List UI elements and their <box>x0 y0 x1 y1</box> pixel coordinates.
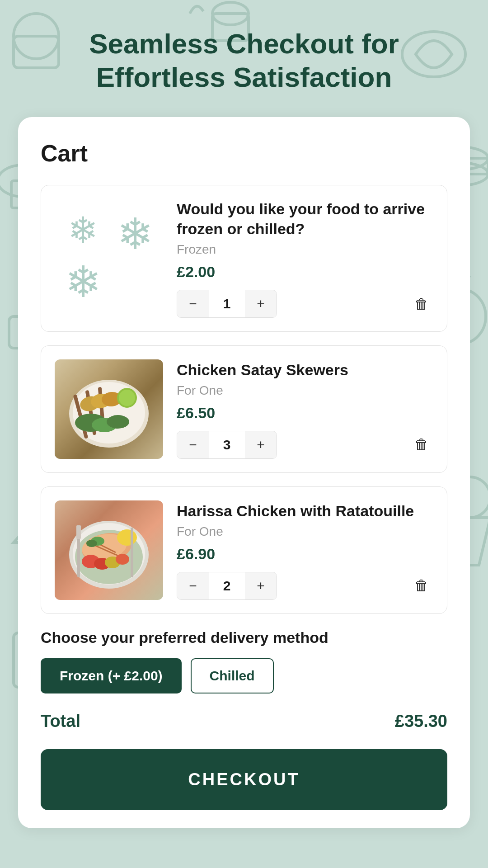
qty-increase-harissa[interactable]: + <box>245 572 277 599</box>
checkout-button[interactable]: CHECKOUT <box>41 749 447 810</box>
qty-decrease-satay[interactable]: − <box>177 431 209 458</box>
item-name-harissa: Harissa Chicken with Ratatouille <box>177 501 433 521</box>
snowflake-container: ❄ ❄ ❄ <box>55 208 163 308</box>
cart-item-harissa: Harissa Chicken with Ratatouille For One… <box>41 486 447 614</box>
qty-value-harissa: 2 <box>209 578 245 594</box>
item-details-frozen: Would you like your food to arrive froze… <box>177 199 433 318</box>
item-price-satay: £6.50 <box>177 404 433 422</box>
svg-point-47 <box>86 540 97 547</box>
delivery-option-chilled[interactable]: Chilled <box>191 658 274 693</box>
svg-point-38 <box>117 529 137 546</box>
item-name-frozen: Would you like your food to arrive froze… <box>177 199 433 239</box>
svg-rect-45 <box>76 525 81 539</box>
item-name-satay: Chicken Satay Skewers <box>177 360 433 380</box>
svg-point-27 <box>119 390 135 406</box>
qty-control-frozen: − 1 + <box>177 290 277 318</box>
qty-increase-satay[interactable]: + <box>245 431 277 458</box>
qty-control-harissa: − 2 + <box>177 572 277 600</box>
quantity-row-satay: − 3 + 🗑 <box>177 431 433 459</box>
snowflake-icon-3: ❄ <box>59 260 107 304</box>
cart-card: Cart ❄ ❄ ❄ Would you like your food to a… <box>18 117 470 829</box>
delete-frozen-button[interactable]: 🗑 <box>410 291 433 317</box>
item-details-harissa: Harissa Chicken with Ratatouille For One… <box>177 501 433 600</box>
item-variant-frozen: Frozen <box>177 242 433 257</box>
qty-value-satay: 3 <box>209 437 245 453</box>
delivery-title: Choose your preferred delivery method <box>41 627 447 647</box>
svg-point-30 <box>107 415 129 429</box>
delivery-option-frozen[interactable]: Frozen (+ £2.00) <box>41 658 182 693</box>
hero-title: Seamless Checkout for Effortless Satisfa… <box>18 27 470 94</box>
item-details-satay: Chicken Satay Skewers For One £6.50 − 3 … <box>177 360 433 459</box>
page-content: Seamless Checkout for Effortless Satisfa… <box>0 0 488 846</box>
delete-satay-button[interactable]: 🗑 <box>410 432 433 458</box>
delivery-options: Frozen (+ £2.00) Chilled <box>41 658 447 693</box>
item-variant-satay: For One <box>177 383 433 398</box>
total-amount: £35.30 <box>395 712 447 731</box>
item-price-harissa: £6.90 <box>177 545 433 563</box>
cart-item-satay: Chicken Satay Skewers For One £6.50 − 3 … <box>41 345 447 473</box>
svg-rect-43 <box>131 528 133 577</box>
qty-value-frozen: 1 <box>209 296 245 311</box>
qty-decrease-frozen[interactable]: − <box>177 290 209 317</box>
qty-increase-frozen[interactable]: + <box>245 290 277 317</box>
total-row: Total £35.30 <box>41 712 447 731</box>
qty-decrease-harissa[interactable]: − <box>177 572 209 599</box>
cart-title: Cart <box>41 140 447 167</box>
qty-control-satay: − 3 + <box>177 431 277 459</box>
quantity-row-harissa: − 2 + 🗑 <box>177 572 433 600</box>
item-image-satay <box>55 359 163 459</box>
item-variant-harissa: For One <box>177 524 433 539</box>
delete-harissa-button[interactable]: 🗑 <box>410 573 433 599</box>
cart-item-frozen-option: ❄ ❄ ❄ Would you like your food to arrive… <box>41 185 447 332</box>
quantity-row-frozen: − 1 + 🗑 <box>177 290 433 318</box>
snowflake-group: ❄ ❄ ❄ <box>59 212 159 304</box>
svg-point-42 <box>116 554 129 565</box>
total-label: Total <box>41 712 80 731</box>
delivery-section: Choose your preferred delivery method Fr… <box>41 627 447 693</box>
snowflake-icon-2: ❄ <box>111 212 159 256</box>
snowflake-icon-1: ❄ <box>59 212 107 256</box>
item-image-harissa <box>55 500 163 600</box>
item-price-frozen: £2.00 <box>177 263 433 281</box>
